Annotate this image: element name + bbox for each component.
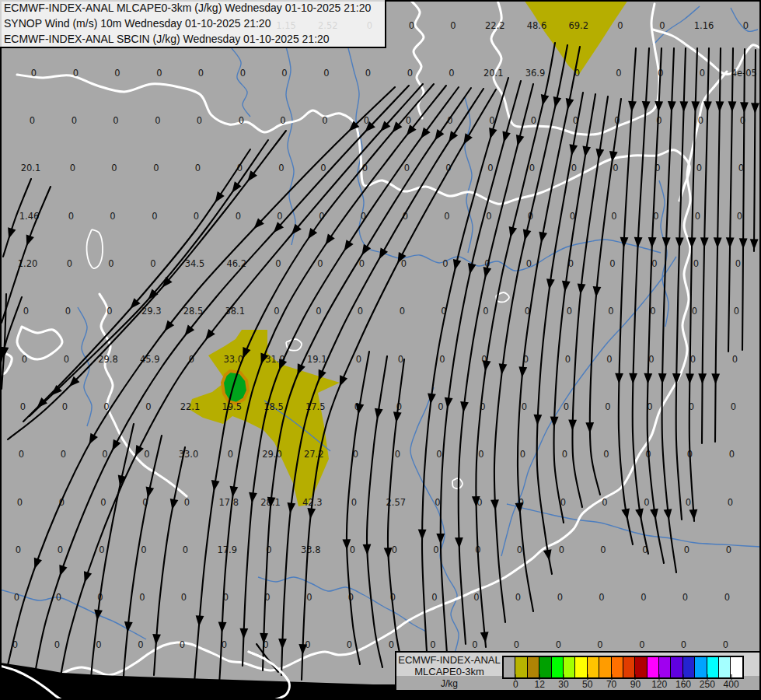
wind-value-label: 0: [306, 592, 312, 603]
wind-value-label: 0: [696, 163, 702, 173]
wind-value-label: 0: [62, 401, 68, 412]
legend-tick-label: 50: [582, 679, 592, 690]
wind-value-label: 0: [145, 401, 151, 412]
wind-value-label: 0: [96, 639, 101, 650]
wind-value-label: 0: [274, 306, 279, 317]
wind-value-label: 48.6: [527, 20, 547, 31]
wind-value-label: 69.2: [568, 20, 588, 31]
wind-value-label: 0: [526, 258, 532, 269]
wind-value-label: 0: [239, 115, 244, 126]
legend-color-swatch: [648, 657, 659, 677]
wind-value-label: 0: [442, 258, 448, 269]
legend-color-swatch: [635, 657, 647, 677]
wind-value-label: 0: [56, 592, 61, 603]
wind-value-label: 0: [316, 306, 321, 317]
wind-value-label: 0: [277, 211, 282, 222]
wind-value-label: 0: [64, 354, 69, 365]
wind-value-label: 0: [356, 354, 361, 365]
wind-value-label: 0: [14, 592, 19, 603]
wind-value-label: 0: [198, 68, 204, 79]
legend-title-line2: MLCAPE0-3km: [396, 666, 502, 677]
wind-value-label: 0: [100, 497, 106, 508]
wind-value-label: 0: [564, 401, 569, 412]
wind-value-label: 0: [400, 306, 405, 317]
wind-value-label: 0: [398, 354, 403, 365]
wind-value-label: 0: [639, 639, 644, 650]
legend-color-swatch: [539, 657, 551, 677]
wind-value-label: 0: [729, 449, 735, 460]
wind-value-label: 0: [531, 115, 536, 126]
wind-value-label: 0: [23, 306, 29, 317]
wind-value-label: 0: [347, 639, 352, 650]
wind-value-label: 28.5: [183, 306, 204, 317]
wind-value-label: 0: [700, 68, 705, 79]
wind-value-label: 0: [438, 401, 443, 412]
wind-value-label: 0: [565, 354, 571, 365]
wind-value-label: 0: [487, 163, 493, 173]
wind-value-label: 0: [686, 497, 691, 508]
wind-value-label: 0: [608, 306, 613, 317]
wind-value-label: 0: [184, 497, 190, 508]
wind-value-label: 0: [351, 497, 357, 508]
wind-value-label: 0: [557, 592, 563, 603]
wind-value-label: 0: [659, 20, 665, 31]
wind-value-label: 0: [323, 68, 329, 79]
wind-value-label: 0: [737, 211, 742, 222]
legend-tick-label: 30: [558, 679, 568, 690]
legend-color-swatch: [504, 657, 515, 677]
legend-title: ECMWF-INDEX-ANAL MLCAPE0-3km: [396, 654, 502, 677]
wind-value-label: 0: [743, 20, 749, 31]
wind-value-label: 0: [275, 258, 281, 269]
title-mlcape: ECMWF-INDEX-ANAL MLCAPE0-3km (J/kg) Wedn…: [0, 0, 385, 16]
wind-value-label: 20.1: [483, 68, 504, 79]
wind-value-label: 0: [392, 544, 397, 555]
wind-value-label: 0: [320, 163, 326, 173]
wind-value-label: 0: [17, 497, 23, 508]
wind-value-label: 0: [70, 163, 75, 173]
legend-tick-label: 70: [606, 679, 616, 690]
wind-value-label: 0: [431, 592, 437, 603]
wind-value-label: 0: [322, 115, 327, 126]
wind-value-label: 1.16: [694, 20, 714, 31]
title-synop-wind: SYNOP Wind (m/s) 10m Wednesday 01-10-202…: [0, 16, 385, 31]
wind-value-label: 0: [278, 163, 284, 173]
legend-color-swatch: [552, 657, 564, 677]
wind-value-label: 0: [195, 163, 201, 173]
wind-value-label: 0: [473, 592, 479, 603]
cape-maximum-spot: [222, 371, 248, 404]
wind-value-label: 0: [556, 639, 561, 650]
wind-value-label: 0: [449, 68, 454, 79]
legend-color-swatch: [719, 657, 731, 677]
wind-value-label: 0: [734, 306, 739, 317]
wind-value-label: 0: [439, 354, 445, 365]
wind-value-label: 0: [567, 306, 572, 317]
wind-value-label: 0: [650, 306, 655, 317]
legend-tick-label: 120: [651, 679, 667, 690]
wind-value-label: 0: [114, 68, 120, 79]
wind-value-label: 0: [514, 639, 519, 650]
wind-value-label: 0: [407, 68, 413, 79]
wind-value-label: 0: [724, 592, 730, 603]
wind-value-label: 34.5: [185, 258, 205, 269]
wind-value-label: 17.8: [218, 497, 239, 508]
wind-value-label: 0: [54, 639, 60, 650]
legend-color-swatch: [623, 657, 635, 677]
wind-value-label: 0: [110, 211, 115, 222]
wind-value-label: 0: [68, 211, 74, 222]
wind-value-label: 0: [571, 163, 577, 173]
legend-color-swatch: [731, 657, 742, 677]
wind-value-label: 0: [517, 544, 522, 555]
legend-color-swatch: [683, 657, 695, 677]
color-legend: ECMWF-INDEX-ANAL MLCAPE0-3km J/kg 012305…: [395, 651, 761, 691]
wind-value-label: 22.1: [180, 401, 201, 412]
legend-color-swatch: [707, 657, 719, 677]
wind-value-label: 0: [599, 592, 604, 603]
wind-value-label: 19.5: [222, 401, 242, 412]
wind-value-label: 0: [690, 354, 696, 365]
legend-color-swatch: [695, 657, 707, 677]
legend-unit: J/kg: [396, 678, 502, 689]
wind-value-label: 0: [16, 544, 21, 555]
map-title-box: ECMWF-INDEX-ANAL MLCAPE0-3km (J/kg) Wedn…: [0, 0, 386, 48]
wind-value-label: 0: [559, 544, 564, 555]
wind-value-label: 0: [735, 258, 741, 269]
